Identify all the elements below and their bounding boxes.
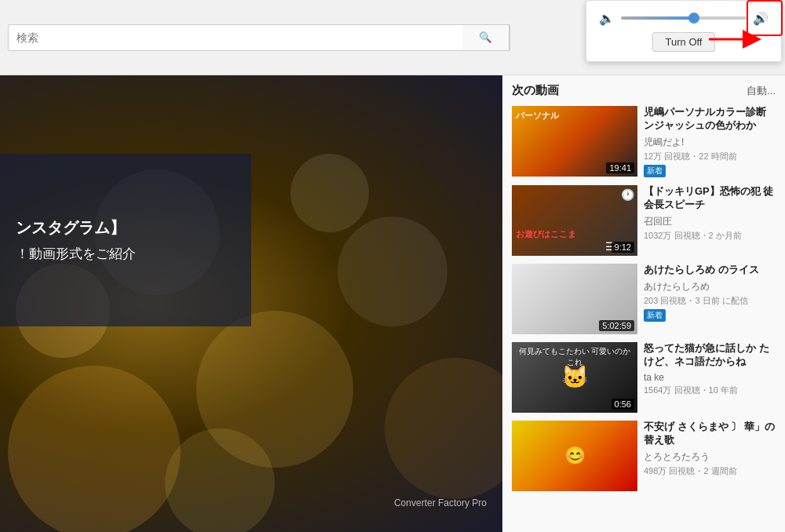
svg-point-8 <box>290 154 369 232</box>
video-title: 不安げ さくらまや 〕 華」の替え歌 <box>644 421 776 447</box>
slider-track <box>621 16 747 20</box>
clock-icon: 🕐 <box>621 188 634 201</box>
search-button[interactable]: 🔍 <box>462 24 509 51</box>
video-stats: 1032万 回視聴・2 か月前 <box>644 230 776 242</box>
list-item[interactable]: 5:02:59 あけたらしろめ のライス あけたらしろめ 203 回視聴・3 日… <box>512 264 776 334</box>
video-title: 怒ってた猫が急に話しか たけど、ネコ語だからね <box>644 342 776 369</box>
slider-thumb[interactable] <box>688 13 699 24</box>
channel-name: あけたらしろめ <box>644 280 776 293</box>
next-videos-title: 次の動画 <box>512 83 559 98</box>
list-item[interactable]: パーソナル 19:41 児嶋パーソナルカラー診断 ンジャッシュの色がわか 児嶋だ… <box>512 106 776 177</box>
duration-badge: 19:41 <box>606 162 634 173</box>
thumb-face: 😊 <box>512 421 637 491</box>
video-subtitle-overlay: ！動画形式をご紹介 <box>16 245 236 263</box>
video-stats: 498万 回視聴・2 週間前 <box>644 465 776 477</box>
channel-name: ta ke <box>644 372 776 383</box>
svg-point-6 <box>385 358 502 499</box>
new-badge: 新着 <box>644 165 666 177</box>
thumb-top-text: 何見みてもこたわい 可愛いのかこれつわあ <box>516 346 633 378</box>
volume-slider[interactable] <box>621 10 747 26</box>
video-dark-panel: ンスタグラム】 ！動画形式をご紹介 <box>0 154 251 326</box>
video-title-overlay: ンスタグラム】 <box>16 217 236 239</box>
volume-slider-row: 🔈 🔊 <box>599 10 769 26</box>
duration-badge: 0:56 <box>612 399 634 410</box>
video-title: 児嶋パーソナルカラー診断 ンジャッシュの色がわか <box>644 106 776 133</box>
video-title: あけたらしろめ のライス <box>644 264 776 277</box>
thumb-label: お遊びはここま <box>516 228 576 240</box>
auto-label: 自動... <box>747 84 776 98</box>
list-item[interactable]: 🕐 ☰ 9:12 お遊びはここま 【ドッキリGP】恐怖の犯 徒会長スピーチ 召回… <box>512 185 776 256</box>
video-stats: 203 回視聴・3 日前 に配信 <box>644 295 776 307</box>
thumbnail: 😊 <box>512 421 637 491</box>
thumb-text: パーソナル <box>516 110 559 122</box>
volume-high-icon: 🔊 <box>753 11 769 26</box>
video-meta: 怒ってた猫が急に話しか たけど、ネコ語だからね ta ke 1564万 回視聴・… <box>644 342 776 413</box>
duration-badge: 9:12 <box>612 242 634 253</box>
search-bar: 🔍 <box>8 24 510 51</box>
search-input[interactable] <box>9 31 462 44</box>
video-stats: 1564万 回視聴・10 年前 <box>644 384 776 396</box>
turn-off-button[interactable]: Turn Off <box>652 32 716 52</box>
thumbnail: 🕐 ☰ 9:12 お遊びはここま <box>512 185 637 256</box>
video-meta: 児嶋パーソナルカラー診断 ンジャッシュの色がわか 児嶋だよ! 12万 回視聴・2… <box>644 106 776 177</box>
channel-name: とろとろたろう <box>644 450 776 464</box>
header: 🔍 🔈 🔊 Turn Off 🌐 ⊞ 🈂 ☆ 🔥 <box>0 0 785 75</box>
sidebar-header: 次の動画 自動... <box>512 83 776 98</box>
video-meta: 【ドッキリGP】恐怖の犯 徒会長スピーチ 召回圧 1032万 回視聴・2 か月前 <box>644 185 776 256</box>
video-watermark: Converter Factory Pro <box>394 497 487 508</box>
video-player[interactable]: ンスタグラム】 ！動画形式をご紹介 Converter Factory Pro <box>0 75 502 532</box>
content-area: ンスタグラム】 ！動画形式をご紹介 Converter Factory Pro … <box>0 75 785 532</box>
thumbnail: 🐱 何見みてもこたわい 可愛いのかこれつわあ 0:56 <box>512 342 637 413</box>
svg-point-7 <box>8 366 181 532</box>
list-item[interactable]: 🐱 何見みてもこたわい 可愛いのかこれつわあ 0:56 怒ってた猫が急に話しか … <box>512 342 776 413</box>
search-icon: 🔍 <box>479 31 492 43</box>
svg-point-5 <box>338 217 447 326</box>
list-item[interactable]: 😊 不安げ さくらまや 〕 華」の替え歌 とろとろたろう 498万 回視聴・2 … <box>512 421 776 491</box>
video-stats: 12万 回視聴・22 時間前 <box>644 151 776 162</box>
channel-name: 召回圧 <box>644 215 776 228</box>
video-title: 【ドッキリGP】恐怖の犯 徒会長スピーチ <box>644 185 776 212</box>
volume-low-icon: 🔈 <box>599 11 615 26</box>
sidebar: 次の動画 自動... パーソナル 19:41 児嶋パーソナルカラー診断 ンジャッ… <box>502 75 785 532</box>
new-badge: 新着 <box>644 309 666 322</box>
thumbnail: パーソナル 19:41 <box>512 106 637 177</box>
video-meta: 不安げ さくらまや 〕 華」の替え歌 とろとろたろう 498万 回視聴・2 週間… <box>644 421 776 491</box>
video-meta: あけたらしろめ のライス あけたらしろめ 203 回視聴・3 日前 に配信 新着 <box>644 264 776 334</box>
channel-name: 児嶋だよ! <box>644 136 776 149</box>
duration-badge: 5:02:59 <box>599 320 634 331</box>
thumbnail: 5:02:59 <box>512 264 637 334</box>
volume-popup: 🔈 🔊 Turn Off <box>586 0 782 62</box>
